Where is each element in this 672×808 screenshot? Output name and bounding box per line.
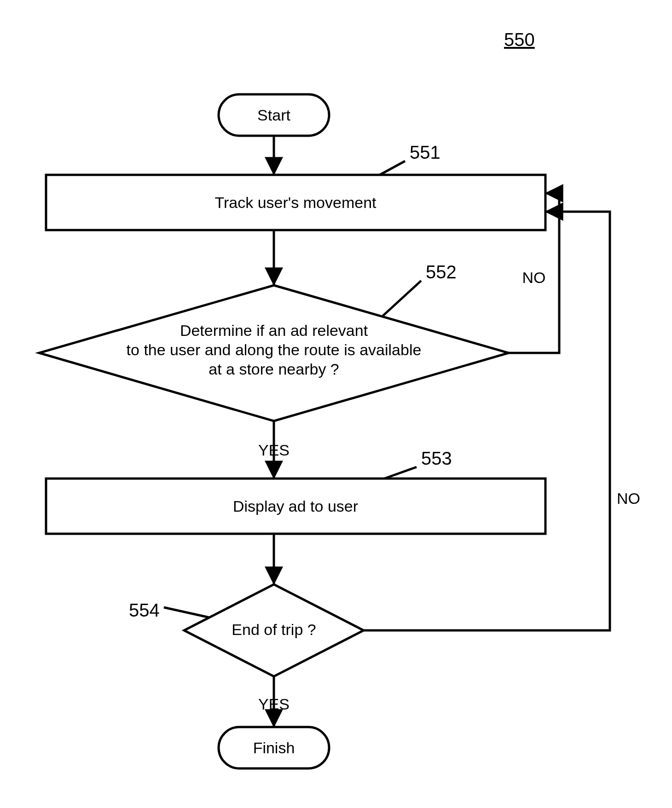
decide-line2: to the user and along the route is avail… [127, 341, 422, 358]
display-label: Display ad to user [233, 497, 358, 515]
track-ref-leader [380, 161, 405, 175]
endtrip-no-label: NO [617, 490, 640, 507]
display-ref: 553 [421, 448, 452, 468]
track-ref: 551 [410, 142, 440, 162]
decide-line3: at a store nearby ? [209, 360, 339, 378]
display-ref-leader [384, 467, 417, 479]
decide-ref: 552 [426, 262, 457, 282]
decide-line1: Determine if an ad relevant [180, 322, 368, 339]
start-label: Start [257, 106, 290, 124]
endtrip-label: End of trip ? [232, 621, 316, 638]
decide-yes-label: YES [258, 441, 290, 459]
edge-endtrip-no [364, 212, 610, 630]
decide-no-label: NO [522, 269, 546, 286]
track-label: Track user's movement [215, 194, 377, 211]
finish-label: Finish [253, 739, 295, 756]
endtrip-yes-label: YES [258, 695, 290, 713]
flowchart: 550 Start Track user's movement 551 Dete… [0, 0, 672, 808]
decide-ref-leader [382, 281, 421, 317]
figure-ref: 550 [504, 29, 535, 50]
endtrip-ref: 554 [129, 600, 160, 620]
endtrip-ref-leader [164, 607, 209, 618]
